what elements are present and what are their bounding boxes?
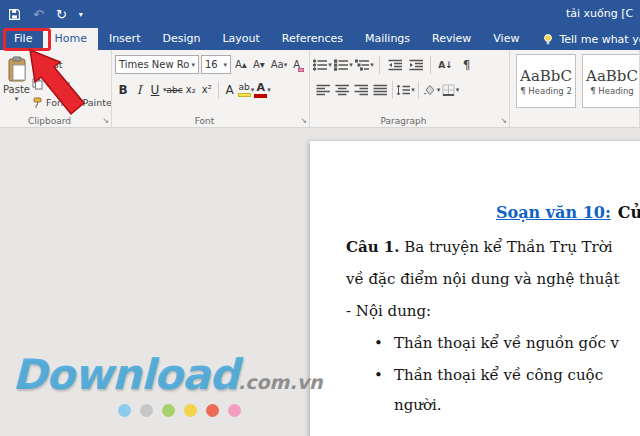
strikethrough-button[interactable]: abc	[167, 79, 183, 100]
word-window: ↶ ↻ ▾ tải xuống [C File Home Insert Desi…	[0, 0, 640, 436]
copy-icon	[32, 78, 43, 90]
qat-customize-icon[interactable]: ▾	[79, 10, 83, 19]
divider	[218, 81, 219, 99]
font-group-label: Font	[112, 116, 297, 126]
lightbulb-icon	[542, 33, 554, 46]
tab-file[interactable]: File	[3, 28, 43, 50]
italic-button[interactable]: I	[131, 79, 147, 100]
shading-icon	[423, 84, 436, 96]
multilevel-list-button[interactable]: ▾	[355, 55, 374, 75]
font-size-combo[interactable]: 16 ▾	[201, 55, 231, 74]
decrease-indent-button[interactable]	[385, 55, 404, 75]
bullet-line: Thần thoại kể về công cuộc	[394, 366, 603, 384]
format-painter-button[interactable]: Format Painter	[30, 93, 112, 112]
shading-button[interactable]: ▾	[422, 80, 441, 100]
bullets-button[interactable]: ▾	[313, 55, 332, 75]
dot-icon	[118, 404, 131, 417]
copy-button[interactable]: Copy	[30, 74, 112, 93]
watermark-suffix: .com.vn	[238, 371, 322, 393]
underline-button[interactable]: U	[147, 79, 163, 100]
document-page[interactable]: Soạn văn 10:Củ Câu 1. Ba truyện kể Thần …	[310, 141, 640, 436]
redo-icon[interactable]: ↻	[56, 7, 67, 22]
style-preview: AaBbC	[520, 66, 572, 86]
tab-references[interactable]: References	[271, 28, 354, 50]
subscript-button[interactable]: x₂	[183, 79, 199, 100]
font-size-value: 16	[205, 59, 218, 70]
font-name-value: Times New Ro	[119, 59, 189, 70]
font-dialog-launcher-icon[interactable]: ↘	[300, 117, 307, 125]
style-name: ¶ Heading	[590, 86, 633, 96]
justify-button[interactable]	[370, 80, 389, 100]
heading-link[interactable]: Soạn văn 10:	[496, 203, 611, 222]
style-heading2[interactable]: AaBbC ¶ Heading 2	[516, 54, 576, 108]
multilevel-caret-icon: ▾	[370, 61, 374, 69]
font-color-label: A	[256, 82, 265, 93]
bullet-icon: •	[374, 366, 383, 384]
align-left-icon	[316, 84, 330, 96]
tab-home[interactable]: Home	[43, 28, 97, 50]
watermark-brand: Download	[12, 350, 238, 399]
bold-button[interactable]: B	[115, 79, 131, 100]
align-center-button[interactable]	[332, 80, 351, 100]
justify-icon	[373, 84, 387, 96]
highlight-color-bar	[238, 93, 251, 97]
tab-review[interactable]: Review	[421, 28, 482, 50]
grow-font-button[interactable]: A▴	[233, 55, 249, 74]
borders-icon	[442, 84, 455, 96]
numbering-button[interactable]: ▾	[334, 55, 353, 75]
tell-me-box[interactable]: Tell me what you want to do...	[542, 28, 640, 50]
bullets-caret-icon: ▾	[328, 61, 332, 69]
eraser-icon	[298, 68, 304, 72]
tab-layout[interactable]: Layout	[211, 28, 270, 50]
copy-label: Copy	[46, 78, 70, 89]
cut-button[interactable]: Cut	[30, 55, 112, 74]
tab-design[interactable]: Design	[151, 28, 211, 50]
font-color-button[interactable]: A	[254, 82, 267, 98]
tab-insert[interactable]: Insert	[98, 28, 152, 50]
paragraph-dialog-launcher-icon[interactable]: ↘	[500, 117, 507, 125]
watermark-dots	[118, 404, 241, 417]
text-effects-button[interactable]: A	[222, 79, 238, 100]
align-right-button[interactable]	[351, 80, 370, 100]
bullet-continuation-line: người.	[394, 396, 442, 414]
quick-access-toolbar: ↶ ↻ ▾	[8, 0, 83, 28]
superscript-button[interactable]: x²	[199, 79, 215, 100]
borders-button[interactable]: ▾	[441, 80, 460, 100]
style-heading-next[interactable]: AaBbC ¶ Heading	[582, 54, 640, 108]
font-name-combo[interactable]: Times New Ro ▾	[115, 55, 199, 74]
shading-caret-icon: ▾	[437, 86, 441, 94]
change-case-caret-icon: ▾	[284, 61, 288, 69]
clipboard-group: Paste ▾ Cut Copy Format Painter Clipboar…	[0, 50, 112, 127]
change-case-button[interactable]: Aa▾	[269, 55, 289, 74]
paste-label: Paste	[3, 84, 30, 95]
change-case-label: Aa	[271, 59, 284, 70]
align-left-button[interactable]	[313, 80, 332, 100]
document-heading: Soạn văn 10:Củ	[496, 203, 640, 222]
dot-icon	[206, 404, 219, 417]
increase-indent-button[interactable]	[406, 55, 425, 75]
decrease-indent-icon	[388, 59, 402, 71]
clear-formatting-button[interactable]: A	[291, 55, 302, 74]
save-icon[interactable]	[8, 8, 21, 21]
paragraph-line: - Nội dung:	[346, 302, 431, 320]
paste-icon	[6, 56, 28, 82]
undo-icon[interactable]: ↶	[33, 7, 44, 22]
paste-button[interactable]: Paste ▾	[3, 52, 30, 112]
font-size-caret-icon: ▾	[223, 61, 227, 69]
font-color-caret-icon[interactable]: ▾	[267, 86, 271, 94]
show-paragraph-marks-button[interactable]: ¶	[457, 55, 476, 75]
line-spacing-button[interactable]: ▾	[396, 80, 415, 100]
numbering-caret-icon: ▾	[349, 61, 353, 69]
ribbon-tab-bar: File Home Insert Design Layout Reference…	[0, 28, 640, 50]
clipboard-dialog-launcher-icon[interactable]: ↘	[102, 117, 109, 125]
shrink-font-button[interactable]: A▾	[251, 55, 267, 74]
tab-mailings[interactable]: Mailings	[354, 28, 421, 50]
align-right-icon	[354, 84, 368, 96]
text-highlight-button[interactable]: ab	[238, 82, 251, 97]
paragraph-group: ▾ ▾ ▾ A↓ ¶	[310, 50, 510, 127]
styles-group: AaBbC ¶ Heading 2 AaBbC ¶ Heading	[510, 50, 640, 127]
cut-label: Cut	[46, 59, 62, 70]
sort-button[interactable]: A↓	[436, 55, 455, 75]
watermark: Download.com.vn	[12, 350, 323, 399]
tab-view[interactable]: View	[482, 28, 530, 50]
